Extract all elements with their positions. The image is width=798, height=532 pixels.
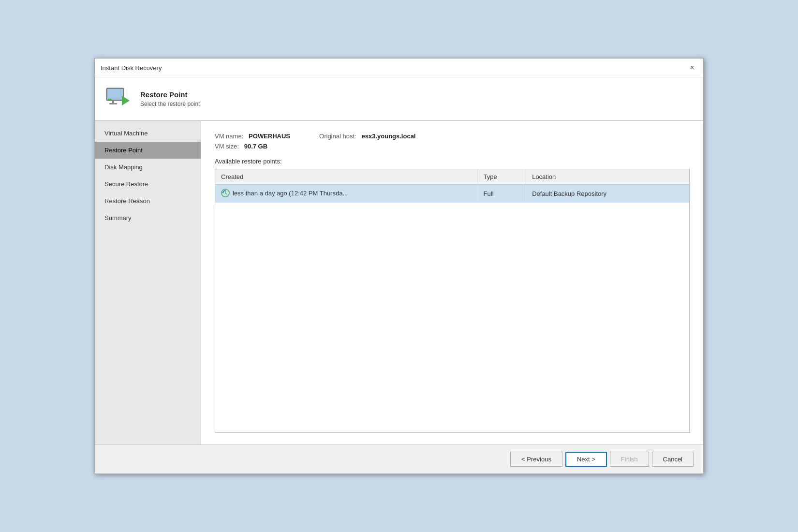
main-content: VM name: POWERHAUS Original host: esx3.y… [201,121,703,444]
svg-rect-2 [112,101,114,103]
header-subtitle: Select the restore point [140,101,200,107]
restore-points-table: Created Type Location [215,169,689,203]
col-header-created: Created [215,169,477,185]
finish-button[interactable]: Finish [610,452,649,467]
title-bar: Instant Disk Recovery × [95,59,703,77]
table-header-row: Created Type Location [215,169,689,185]
restore-points-label: Available restore points: [215,158,690,165]
header-area: Restore Point Select the restore point [95,77,703,121]
vm-name-field: VM name: POWERHAUS [215,133,290,140]
dialog: Instant Disk Recovery × Restore Point Se… [94,58,704,474]
restore-point-icon [104,85,132,112]
original-host-value: esx3.youngs.local [361,133,415,140]
svg-rect-1 [107,89,123,100]
sidebar-item-summary[interactable]: Summary [95,209,201,226]
svg-marker-5 [122,96,130,105]
sidebar-item-restore-reason[interactable]: Restore Reason [95,192,201,209]
footer: < Previous Next > Finish Cancel [95,444,703,473]
cancel-button[interactable]: Cancel [652,452,694,467]
original-host-field: Original host: esx3.youngs.local [319,133,415,140]
col-header-type: Type [477,169,526,185]
header-text: Restore Point Select the restore point [140,90,200,107]
sidebar-item-secure-restore[interactable]: Secure Restore [95,176,201,192]
sidebar-item-disk-mapping[interactable]: Disk Mapping [95,159,201,176]
vm-size-field: VM size: 90.7 GB [215,143,267,150]
sidebar: Virtual Machine Restore Point Disk Mappi… [95,121,201,444]
header-title: Restore Point [140,90,200,99]
vm-size-row: VM size: 90.7 GB [215,143,690,150]
cell-created: less than a day ago (12:42 PM Thursda... [215,185,477,203]
svg-rect-4 [108,99,112,100]
dialog-title: Instant Disk Recovery [101,64,162,72]
sidebar-item-restore-point[interactable]: Restore Point [95,142,201,159]
previous-button[interactable]: < Previous [510,452,562,467]
table-row[interactable]: less than a day ago (12:42 PM Thursda...… [215,185,689,203]
sidebar-item-virtual-machine[interactable]: Virtual Machine [95,125,201,142]
close-button[interactable]: × [687,62,697,73]
body-area: Virtual Machine Restore Point Disk Mappi… [95,121,703,444]
restore-points-table-container: Created Type Location [215,169,690,433]
svg-marker-7 [222,192,224,193]
next-button[interactable]: Next > [565,452,607,467]
vm-info-row1: VM name: POWERHAUS Original host: esx3.y… [215,133,690,140]
col-header-location: Location [526,169,689,185]
svg-rect-3 [109,103,117,104]
cell-type: Full [477,185,526,203]
vm-name-value: POWERHAUS [249,133,290,140]
vm-size-value: 90.7 GB [244,143,267,150]
restore-point-clock-icon [221,189,230,197]
table-body: less than a day ago (12:42 PM Thursda...… [215,185,689,203]
cell-location: Default Backup Repository [526,185,689,203]
